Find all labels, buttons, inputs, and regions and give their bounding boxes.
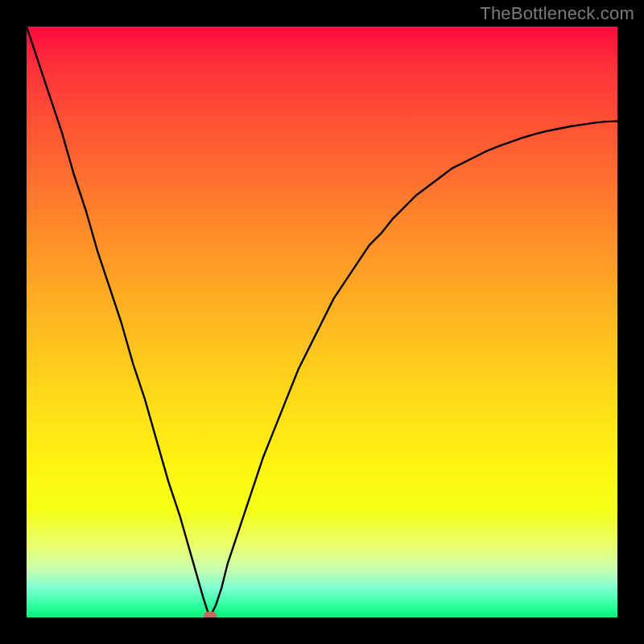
chart-frame: TheBottleneck.com [0,0,644,644]
optimum-marker [204,612,217,617]
bottleneck-curve [27,27,617,617]
watermark-text: TheBottleneck.com [480,3,634,24]
plot-area [27,27,617,617]
